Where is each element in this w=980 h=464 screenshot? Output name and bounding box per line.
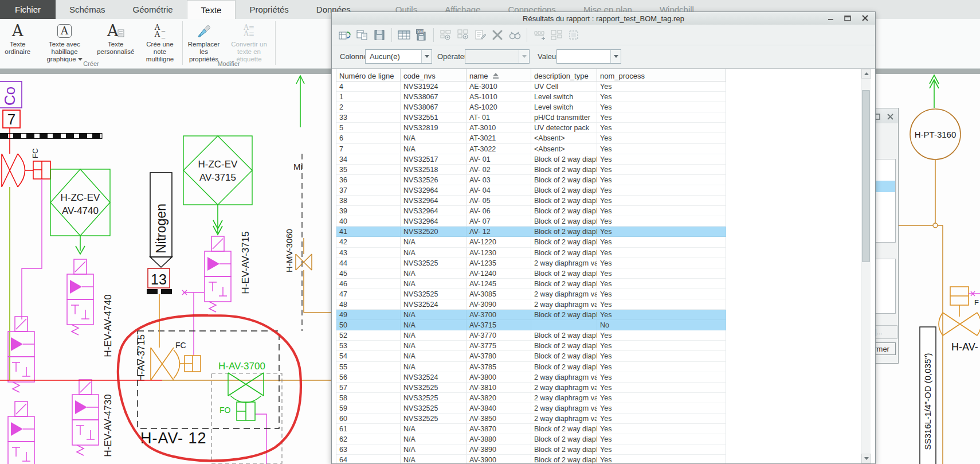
hav-right-label: H-AV- <box>951 341 978 353</box>
table-row[interactable]: 50N/AAV-3715No <box>336 320 726 330</box>
tab-géométrie[interactable]: Géométrie <box>119 0 187 19</box>
table-row[interactable]: 6N/AAT-3021<Absent>Yes <box>336 133 726 143</box>
table-row[interactable]: 33NVS32551AT- 01pH/Cd transmitterYes <box>336 112 726 123</box>
note-multiligne-button[interactable]: A _A _ Crée une note multiligne <box>139 20 181 63</box>
table-row[interactable]: 47NVS32525AV-30852 way diaphragm valve..… <box>336 289 726 299</box>
panel-close-icon[interactable] <box>887 112 893 122</box>
tag13-label: 13 <box>151 271 167 287</box>
column-label: Colonne <box>340 52 367 61</box>
maximize-icon[interactable] <box>843 14 852 22</box>
column-header-name[interactable]: name <box>467 69 531 81</box>
tab-schémas[interactable]: Schémas <box>56 0 119 19</box>
close-icon[interactable] <box>860 14 869 22</box>
delete-row-icon[interactable] <box>490 28 505 42</box>
table-row[interactable]: 36NVS32526AV- 03Block of 2 way diaphra..… <box>336 175 726 185</box>
table-row[interactable]: 46N/AAV-1245Block of 2 way diaphra...Yes <box>336 279 726 289</box>
texte-ordinaire-button[interactable]: A Texte ordinaire <box>2 20 33 56</box>
tab-fichier[interactable]: Fichier <box>0 0 56 19</box>
svg-text:AV-3715: AV-3715 <box>199 172 236 183</box>
table-row[interactable]: 35NVS32518AV- 02Block of 2 way diaphra..… <box>336 165 726 175</box>
texte-personnalise-button[interactable]: A Texte personnalisé <box>96 20 136 56</box>
group-label-creer: Créer <box>0 60 182 67</box>
show-hide-element-icon[interactable] <box>438 28 453 42</box>
table-row[interactable]: 1NVS38067AS-1010Level switchYes <box>336 92 726 102</box>
table-row[interactable]: 4NVS31924AE-3010UV CellYes <box>336 81 726 92</box>
column-header-nom-process[interactable]: nom_process <box>597 69 726 81</box>
tab-propriétés[interactable]: Propriétés <box>236 0 302 19</box>
tab-texte[interactable]: Texte <box>187 0 236 19</box>
combo-arrow-icon <box>610 50 621 63</box>
table-row[interactable]: 55N/AAV-3785Block of 2 way diaphra...Yes <box>336 362 726 372</box>
scroll-thumb[interactable] <box>862 90 870 262</box>
table-row[interactable]: 42N/AAV-1220Block of 2 way diaphra...Yes <box>336 237 726 247</box>
table-row[interactable]: 34NVS32517AV- 01Block of 2 way diaphra..… <box>336 154 726 165</box>
table-row[interactable]: 44NVS32525AV-12352 way diaphragm valve..… <box>336 258 726 268</box>
minimize-icon[interactable] <box>826 14 835 22</box>
table-scrollbar[interactable] <box>861 69 871 463</box>
dialog-titlebar[interactable]: Résultats du rapport : rapport_test_BOM_… <box>332 12 875 25</box>
combo-arrow-icon[interactable] <box>421 50 432 63</box>
table-row[interactable]: 45N/AAV-1240Block of 2 way diaphra...Yes <box>336 268 726 279</box>
remplacer-proprietes-button[interactable]: Remplacer les propriétés <box>185 20 222 63</box>
add-connector-icon[interactable] <box>532 28 547 42</box>
edit-report-icon[interactable] <box>473 28 488 42</box>
tag7-label: 7 <box>7 111 15 128</box>
table-row[interactable]: 62N/AAV-3880Block of 2 way diaphra...Yes <box>336 434 726 444</box>
text-icon: A <box>12 21 23 41</box>
av3700-label: H-AV-3700 <box>218 361 265 372</box>
refresh-report-icon[interactable] <box>338 28 352 42</box>
column-header-num-ro-de-ligne[interactable]: Numéro de ligne <box>336 69 401 81</box>
table-row[interactable]: 57NVS32525AV-38102 way diaphragm valve..… <box>336 383 726 393</box>
table-row[interactable]: 64N/AAV-3900Block of 2 way diaphra...Yes <box>336 455 726 463</box>
custom-text-icon: A <box>107 21 124 41</box>
mi-label: Mi <box>293 162 303 171</box>
copy-table-icon[interactable] <box>355 28 370 42</box>
column-header-code-nvs[interactable]: code_nvs <box>401 69 467 81</box>
table-row[interactable]: 49N/AAV-3700Block of 2 way diaphra...Yes <box>336 310 726 320</box>
svg-text:H-ZC-EV: H-ZC-EV <box>198 159 238 170</box>
scroll-up-icon[interactable] <box>861 69 871 79</box>
texte-habillage-button[interactable]: A Texte avec habillage graphique <box>37 20 92 63</box>
group-creer: A Texte ordinaire A Texte avec habillage… <box>0 19 182 68</box>
table-row[interactable]: 37NVS32964AV- 04Block of 2 way diaphra..… <box>336 185 726 196</box>
column-layout-icon[interactable] <box>549 28 564 42</box>
table-row[interactable]: 7N/AAT-3022<Absent>Yes <box>336 144 726 154</box>
table-row[interactable]: 39NVS32964AV- 06Block of 2 way diaphra..… <box>336 206 726 216</box>
brush-icon <box>196 21 212 41</box>
show-hide-grid-icon[interactable] <box>456 28 471 42</box>
table-row[interactable]: 48NVS32524AV-30902 way diaphragm valve..… <box>336 299 726 310</box>
group-separator-2 <box>275 21 276 65</box>
table-row[interactable]: 59NVS32525AV-38402 way diaphragm valve..… <box>336 403 726 414</box>
column-header-description-type[interactable]: description_type <box>531 69 597 81</box>
table-row[interactable]: 38NVS32964AV- 05Block of 2 way diaphra..… <box>336 196 726 206</box>
fo-label: FO <box>219 405 231 415</box>
search-replace-icon[interactable] <box>507 28 522 42</box>
column-combobox[interactable]: Aucun(e) <box>365 49 432 64</box>
filter-row: Colonne Aucun(e) Opérateur Valeur <box>332 45 875 68</box>
pipe-spec-box: SS316L-1/4"-OD (0,035") <box>920 327 936 464</box>
table-row[interactable]: 52N/AAV-3770Block of 2 way diaphra...Yes <box>336 330 726 341</box>
save-report-icon[interactable] <box>372 28 387 42</box>
table-row[interactable]: 54N/AAV-3780Block of 2 way diaphra...Yes <box>336 351 726 361</box>
table-row[interactable]: 2NVS38067AS-1020Level switchYes <box>336 102 726 112</box>
save-xml-icon[interactable]: XML <box>414 28 429 42</box>
value-combobox[interactable] <box>556 49 621 64</box>
table-row[interactable]: 53N/AAV-3775Block of 2 way diaphra...Yes <box>336 341 726 351</box>
pipe-spec-label: SS316L-1/4"-OD (0,035") <box>923 353 932 450</box>
table-row[interactable]: 63N/AAV-3890Block of 2 way diaphra...Yes <box>336 444 726 455</box>
scroll-down-icon[interactable] <box>861 454 871 463</box>
table-row[interactable]: 41NVS32520AV- 12Block of 2 way diaphra..… <box>336 227 726 237</box>
ev4740-label: H-EV-AV-4740 <box>103 294 113 357</box>
table-row[interactable]: 5NVS32819AT-3010UV detector packYes <box>336 123 726 133</box>
table-row[interactable]: 40NVS32964AV- 07Block of 2 way diaphra..… <box>336 216 726 227</box>
table-row[interactable]: 56NVS32524AV-38002 way diaphragm valve..… <box>336 372 726 383</box>
ev4730-label: H-EV-AV-4730 <box>103 394 113 457</box>
table-row[interactable]: 61N/AAV-3870Block of 2 way diaphra...Yes <box>336 424 726 434</box>
dialog-toolbar: XML <box>332 25 875 45</box>
report-dialog: Résultats du rapport : rapport_test_BOM_… <box>331 11 876 464</box>
table-row[interactable]: 60NVS32525AV-38502 way diaphragm valve..… <box>336 414 726 424</box>
selection-region-icon[interactable] <box>566 28 581 42</box>
table-row[interactable]: 43N/AAV-1230Block of 2 way diaphra...Yes <box>336 248 726 258</box>
table-row[interactable]: 58NVS32525AV-38202 way diaphragm valve..… <box>336 393 726 403</box>
table-view-icon[interactable] <box>397 28 411 42</box>
